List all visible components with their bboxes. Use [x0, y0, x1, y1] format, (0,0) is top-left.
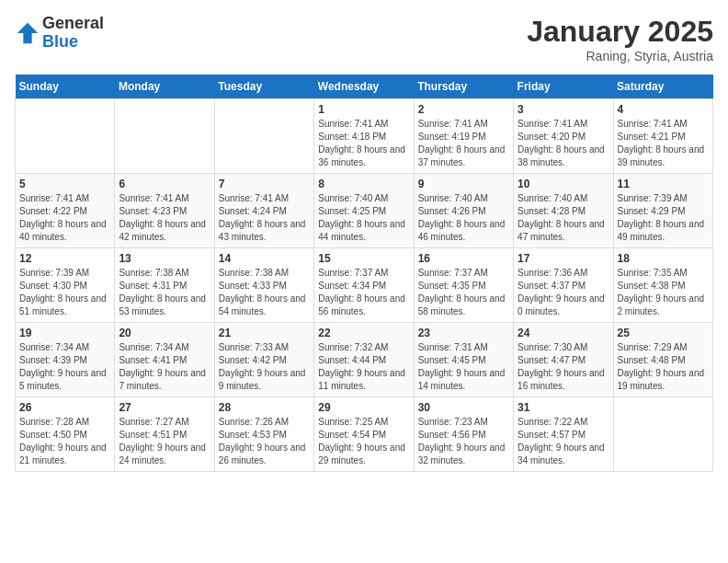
- day-info: Sunrise: 7:41 AM Sunset: 4:22 PM Dayligh…: [19, 192, 110, 244]
- day-number: 20: [119, 327, 210, 339]
- calendar-cell: 31Sunrise: 7:22 AM Sunset: 4:57 PM Dayli…: [514, 397, 613, 472]
- weekday-header-thursday: Thursday: [414, 75, 513, 99]
- calendar-cell: 11Sunrise: 7:39 AM Sunset: 4:29 PM Dayli…: [613, 174, 712, 248]
- day-info: Sunrise: 7:23 AM Sunset: 4:56 PM Dayligh…: [418, 416, 509, 467]
- calendar-cell: [214, 99, 313, 174]
- calendar-table: SundayMondayTuesdayWednesdayThursdayFrid…: [15, 75, 713, 472]
- calendar-cell: 23Sunrise: 7:31 AM Sunset: 4:45 PM Dayli…: [414, 323, 513, 397]
- day-number: 8: [318, 178, 409, 190]
- location-text: Raning, Styria, Austria: [527, 49, 713, 63]
- day-info: Sunrise: 7:31 AM Sunset: 4:45 PM Dayligh…: [418, 341, 509, 393]
- calendar-cell: 26Sunrise: 7:28 AM Sunset: 4:50 PM Dayli…: [16, 397, 115, 472]
- day-info: Sunrise: 7:38 AM Sunset: 4:33 PM Dayligh…: [219, 267, 310, 318]
- day-info: Sunrise: 7:34 AM Sunset: 4:39 PM Dayligh…: [19, 341, 110, 393]
- calendar-week-row: 19Sunrise: 7:34 AM Sunset: 4:39 PM Dayli…: [16, 323, 713, 397]
- day-info: Sunrise: 7:27 AM Sunset: 4:51 PM Dayligh…: [119, 416, 210, 467]
- day-number: 15: [318, 252, 409, 265]
- day-info: Sunrise: 7:28 AM Sunset: 4:50 PM Dayligh…: [19, 416, 110, 467]
- logo-general-text: General: [42, 15, 104, 33]
- day-number: 21: [219, 327, 310, 339]
- calendar-cell: 9Sunrise: 7:40 AM Sunset: 4:26 PM Daylig…: [414, 174, 513, 248]
- calendar-cell: 20Sunrise: 7:34 AM Sunset: 4:41 PM Dayli…: [115, 323, 214, 397]
- day-number: 11: [618, 178, 709, 190]
- day-number: 5: [19, 178, 110, 190]
- day-info: Sunrise: 7:41 AM Sunset: 4:24 PM Dayligh…: [219, 192, 310, 244]
- calendar-cell: 25Sunrise: 7:29 AM Sunset: 4:48 PM Dayli…: [613, 323, 712, 397]
- weekday-header-saturday: Saturday: [613, 75, 712, 99]
- day-info: Sunrise: 7:22 AM Sunset: 4:57 PM Dayligh…: [518, 416, 609, 467]
- day-info: Sunrise: 7:36 AM Sunset: 4:37 PM Dayligh…: [518, 267, 609, 318]
- day-info: Sunrise: 7:40 AM Sunset: 4:28 PM Dayligh…: [518, 192, 609, 244]
- calendar-header-row: SundayMondayTuesdayWednesdayThursdayFrid…: [16, 75, 713, 99]
- day-number: 3: [518, 103, 609, 116]
- day-number: 22: [318, 327, 409, 339]
- day-number: 27: [119, 401, 210, 414]
- calendar-cell: 24Sunrise: 7:30 AM Sunset: 4:47 PM Dayli…: [514, 323, 613, 397]
- day-info: Sunrise: 7:34 AM Sunset: 4:41 PM Dayligh…: [119, 341, 210, 393]
- logo-icon: [15, 20, 40, 46]
- calendar-week-row: 12Sunrise: 7:39 AM Sunset: 4:30 PM Dayli…: [16, 248, 713, 323]
- calendar-cell: 12Sunrise: 7:39 AM Sunset: 4:30 PM Dayli…: [16, 248, 115, 323]
- calendar-cell: 28Sunrise: 7:26 AM Sunset: 4:53 PM Dayli…: [214, 397, 313, 472]
- day-number: 23: [418, 327, 509, 339]
- day-number: 30: [418, 401, 509, 414]
- page-header: General Blue January 2025 Raning, Styria…: [15, 15, 713, 63]
- day-info: Sunrise: 7:40 AM Sunset: 4:26 PM Dayligh…: [418, 192, 509, 244]
- calendar-cell: 19Sunrise: 7:34 AM Sunset: 4:39 PM Dayli…: [16, 323, 115, 397]
- calendar-cell: 16Sunrise: 7:37 AM Sunset: 4:35 PM Dayli…: [414, 248, 513, 323]
- day-number: 14: [219, 252, 310, 265]
- day-info: Sunrise: 7:33 AM Sunset: 4:42 PM Dayligh…: [219, 341, 310, 393]
- day-info: Sunrise: 7:38 AM Sunset: 4:31 PM Dayligh…: [119, 267, 210, 318]
- month-title: January 2025: [527, 15, 713, 49]
- calendar-cell: 27Sunrise: 7:27 AM Sunset: 4:51 PM Dayli…: [115, 397, 214, 472]
- calendar-cell: 13Sunrise: 7:38 AM Sunset: 4:31 PM Dayli…: [115, 248, 214, 323]
- day-number: 31: [518, 401, 609, 414]
- day-info: Sunrise: 7:37 AM Sunset: 4:34 PM Dayligh…: [318, 267, 409, 318]
- day-number: 4: [618, 103, 709, 116]
- day-number: 16: [418, 252, 509, 265]
- calendar-cell: [613, 397, 712, 472]
- calendar-cell: 7Sunrise: 7:41 AM Sunset: 4:24 PM Daylig…: [214, 174, 313, 248]
- weekday-header-wednesday: Wednesday: [314, 75, 414, 99]
- calendar-cell: 8Sunrise: 7:40 AM Sunset: 4:25 PM Daylig…: [314, 174, 414, 248]
- calendar-cell: 3Sunrise: 7:41 AM Sunset: 4:20 PM Daylig…: [514, 99, 613, 174]
- weekday-header-tuesday: Tuesday: [214, 75, 313, 99]
- calendar-cell: 30Sunrise: 7:23 AM Sunset: 4:56 PM Dayli…: [414, 397, 513, 472]
- day-number: 6: [119, 178, 210, 190]
- calendar-cell: [115, 99, 214, 174]
- day-number: 19: [19, 327, 110, 339]
- day-number: 9: [418, 178, 509, 190]
- weekday-header-friday: Friday: [514, 75, 613, 99]
- day-number: 26: [19, 401, 110, 414]
- calendar-week-row: 5Sunrise: 7:41 AM Sunset: 4:22 PM Daylig…: [16, 174, 713, 248]
- calendar-cell: 15Sunrise: 7:37 AM Sunset: 4:34 PM Dayli…: [314, 248, 414, 323]
- day-info: Sunrise: 7:30 AM Sunset: 4:47 PM Dayligh…: [518, 341, 609, 393]
- day-info: Sunrise: 7:32 AM Sunset: 4:44 PM Dayligh…: [318, 341, 409, 393]
- day-number: 1: [318, 103, 409, 116]
- day-info: Sunrise: 7:41 AM Sunset: 4:18 PM Dayligh…: [318, 118, 409, 169]
- calendar-week-row: 26Sunrise: 7:28 AM Sunset: 4:50 PM Dayli…: [16, 397, 713, 472]
- title-area: January 2025 Raning, Styria, Austria: [527, 15, 713, 63]
- calendar-cell: 22Sunrise: 7:32 AM Sunset: 4:44 PM Dayli…: [314, 323, 414, 397]
- logo: General Blue: [15, 15, 104, 52]
- calendar-cell: 1Sunrise: 7:41 AM Sunset: 4:18 PM Daylig…: [314, 99, 414, 174]
- calendar-cell: 6Sunrise: 7:41 AM Sunset: 4:23 PM Daylig…: [115, 174, 214, 248]
- calendar-cell: 17Sunrise: 7:36 AM Sunset: 4:37 PM Dayli…: [514, 248, 613, 323]
- calendar-cell: 21Sunrise: 7:33 AM Sunset: 4:42 PM Dayli…: [214, 323, 313, 397]
- day-info: Sunrise: 7:41 AM Sunset: 4:20 PM Dayligh…: [518, 118, 609, 169]
- day-number: 7: [219, 178, 310, 190]
- logo-blue-text: Blue: [42, 33, 104, 52]
- calendar-cell: 18Sunrise: 7:35 AM Sunset: 4:38 PM Dayli…: [613, 248, 712, 323]
- calendar-week-row: 1Sunrise: 7:41 AM Sunset: 4:18 PM Daylig…: [16, 99, 713, 174]
- day-info: Sunrise: 7:25 AM Sunset: 4:54 PM Dayligh…: [318, 416, 409, 467]
- calendar-cell: 29Sunrise: 7:25 AM Sunset: 4:54 PM Dayli…: [314, 397, 414, 472]
- day-info: Sunrise: 7:41 AM Sunset: 4:23 PM Dayligh…: [119, 192, 210, 244]
- calendar-cell: 10Sunrise: 7:40 AM Sunset: 4:28 PM Dayli…: [514, 174, 613, 248]
- day-info: Sunrise: 7:39 AM Sunset: 4:29 PM Dayligh…: [618, 192, 709, 244]
- day-number: 10: [518, 178, 609, 190]
- day-info: Sunrise: 7:26 AM Sunset: 4:53 PM Dayligh…: [219, 416, 310, 467]
- day-number: 12: [19, 252, 110, 265]
- calendar-cell: 4Sunrise: 7:41 AM Sunset: 4:21 PM Daylig…: [613, 99, 712, 174]
- day-number: 24: [518, 327, 609, 339]
- day-info: Sunrise: 7:40 AM Sunset: 4:25 PM Dayligh…: [318, 192, 409, 244]
